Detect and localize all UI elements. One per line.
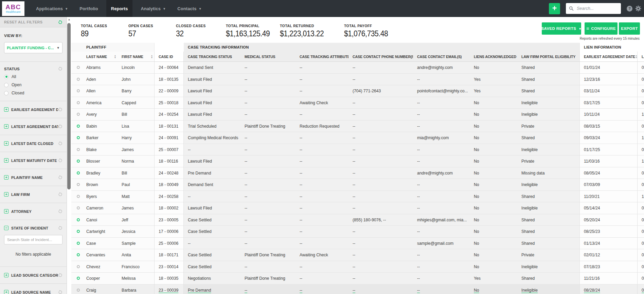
nav-item-analytics[interactable]: Analytics▼ [137,0,169,17]
global-search[interactable] [566,3,621,14]
filter-section-header-law-firm[interactable]: +LAW FIRM [4,192,62,197]
nav-item-contacts[interactable]: Contacts▼ [174,0,205,17]
configure-button[interactable]: ≡ CONFIGURE [585,22,618,35]
cell-law_firm_portal_eligibility: Shared [517,132,579,144]
table-row-blake[interactable]: BlakeJames25 - 00007----------NoIneligib… [71,144,644,156]
filter-section-header-state-of-incident[interactable]: −STATE OF INCIDENT [4,226,62,230]
filter-reset-icon[interactable] [58,192,62,197]
reset-icon [58,175,62,180]
cell-liens_acknowledged: Yes [470,273,517,284]
filter-search-input[interactable] [4,235,62,244]
status-circle-icon [77,206,80,209]
table-row-allen[interactable]: AllenBarry22 - 00009Lawsuit Filed----(70… [71,85,644,97]
saved-reports-button[interactable]: SAVED REPORTS ▼ [542,22,581,35]
table-row-cartwright[interactable]: CartwrightJessica17 - 00006Case Settled-… [71,226,644,238]
cell-case_tracking_attributes: -- [296,144,348,156]
filter-section-header-latest-date-closed[interactable]: +LATEST DATE CLOSED [4,141,62,146]
table-row-america[interactable]: AmericaCapped25 - 00018Lawsuit Filed--Aw… [71,97,644,109]
search-input[interactable] [576,6,618,11]
filter-reset-icon[interactable] [58,209,62,214]
view-by-dropdown[interactable]: PLAINTIFF FUNDING - C... ▼ [4,42,62,53]
filter-section-header-earliest-agreement-date[interactable]: +EARLIEST AGREEMENT DATE [4,107,62,112]
filter-reset-icon[interactable] [58,107,62,112]
col-header-earliest-agreement-date[interactable]: EARLIEST AGREEMENT DATE▲▼ [579,52,637,61]
cell-case_contact_phone: (855) 180-9076, -- [348,214,413,226]
filter-reset-icon[interactable] [58,273,62,277]
status-radio-all[interactable]: All [4,74,62,79]
filter-section-header-attorney[interactable]: +ATTORNEY [4,209,62,214]
filter-reset-icon[interactable] [58,175,62,180]
status-radio-closed[interactable]: Closed [4,91,62,95]
export-button[interactable]: EXPORT [619,22,640,35]
table-row-blosser[interactable]: BlosserNorma18 - 00116Lawsuit Filed-----… [71,155,644,167]
cell-first_name: Anita [118,249,155,261]
table-row-craig[interactable]: CraigBarbara23 - 00039Pre Demand--------… [71,284,644,294]
cell-earliest_agreement_date: 01/01/24 [579,62,637,74]
case-status-icon [71,249,82,261]
filter-section-header-lead-source-category[interactable]: +LEAD SOURCE CATEGORY [4,273,62,277]
table-body: AbramsLincoln24 - 00064Demand Sent------… [71,62,644,294]
status-radio-open[interactable]: Open [4,82,62,87]
gear-icon[interactable] [635,5,641,12]
filter-reset-icon[interactable] [58,290,62,294]
table-row-babin[interactable]: BabinLisa18 - 00131Trial ScheduledPlaint… [71,121,644,132]
filter-reset-icon[interactable] [58,141,62,146]
cell-case_tracking_status: Case Settled [184,214,240,226]
filter-section-header-plaintiff-name[interactable]: +PLAINTIFF NAME [4,175,62,180]
cell-law_firm_portal_eligibility: Ineligible [517,97,579,109]
table-row-case[interactable]: CaseSample25 - 00006--------sample@gmail… [71,238,644,250]
radio-label: Open [12,82,21,87]
help-icon[interactable]: ? [627,6,632,12]
cell-earliest_agreement_date: 02/01/12 [579,249,637,261]
filter-section-header-lead-source-name[interactable]: +LEAD SOURCE NAME [4,290,62,294]
col-header-liens-acknowledged: LIENS ACKNOWLEDGED [470,52,517,61]
cell-latest_agreement_date: 09 [637,121,644,132]
table-row-canoi[interactable]: CanoiJeff23 - 00005Case Settled----(855)… [71,214,644,226]
filter-section-header-latest-agreement-date[interactable]: +LATEST AGREEMENT DATE [4,124,62,129]
cell-case_tracking_status: Negotiations [184,273,240,284]
expand-icon: + [4,290,8,294]
scrollbar-up-arrow[interactable]: ▲ [67,18,71,21]
cell-case_id: 18 - 00135 [155,74,184,86]
table-row-barker[interactable]: BarkerHarry24 - 00091Compiling Medical R… [71,132,644,144]
cell-case_tracking_status: Case Settled [184,226,240,238]
sort-arrows-icon[interactable]: ▲▼ [151,55,153,58]
cell-earliest_agreement_date: 10/11/24 [579,109,637,121]
cell-case_contact_phone: -- [348,226,413,238]
table-row-byers[interactable]: ByersMatt24 - 00258----------NoShared11/… [71,191,644,203]
table-row-aden[interactable]: AdenJohn18 - 00135Lawsuit Filed--------Y… [71,74,644,86]
sort-arrows-icon[interactable]: ▲▼ [114,55,116,58]
col-header-first-name[interactable]: FIRST NAME▲▼ [118,52,155,61]
nav-item-applications[interactable]: Applications▼ [33,0,71,17]
cell-case_id: 24 - 00254 [155,109,184,121]
nav-item-portfolio[interactable]: Portfolio [76,0,101,17]
cell-latest_agreement_date: 09 [637,62,644,74]
cell-case_contact_phone: -- [348,62,413,74]
scrollbar-thumb[interactable] [67,23,71,189]
table-row-abrams[interactable]: AbramsLincoln24 - 00064Demand Sent------… [71,62,644,74]
table-row-chevez[interactable]: ChevezFrancisco23 - 00014Case Settled---… [71,261,644,273]
status-reset-icon[interactable] [58,67,62,71]
filter-section-header-latest-maturity-date[interactable]: +LATEST MATURITY DATE [4,158,62,163]
filter-reset-icon[interactable] [58,124,62,129]
table-row-brown[interactable]: BrownPaul18 - 00049Demand Sent--------No… [71,179,644,191]
app-logo[interactable]: ABC Healthcare [2,1,24,16]
case-status-icon [71,238,82,250]
table-row-avery[interactable]: AveryBill24 - 00254Lawsuit Filed--------… [71,109,644,121]
col-header-last-name[interactable]: LAST NAME▲▼ [82,52,118,61]
filter-reset-icon[interactable] [58,226,62,230]
cell-case_id: 23 - 00014 [155,261,184,273]
cell-first_name: Lisa [118,121,155,132]
table-row-cooper[interactable]: CooperMelissa18 - 00035NegotiationsPlain… [71,273,644,284]
table-row-cameron[interactable]: CameronJames18 - 00002Lawsuit Filed-----… [71,202,644,214]
reset-all-filters-button[interactable]: RESET ALL FILTERS [0,17,67,27]
status-circle-icon [77,160,80,163]
add-new-button[interactable]: + [549,3,560,14]
table-row-cervantes[interactable]: CervantesAnita18 - 00171Case SettledPlai… [71,249,644,261]
table-row-bradley[interactable]: BradleyBill24 - 00248Pre Demand------and… [71,167,644,179]
cell-medical_status: -- [240,179,296,191]
cell-case_id: 25 - 00007 [155,144,184,156]
filter-reset-icon[interactable] [58,158,62,163]
nav-item-reports[interactable]: Reports [106,0,133,17]
cell-case_tracking_attributes: -- [296,74,348,86]
